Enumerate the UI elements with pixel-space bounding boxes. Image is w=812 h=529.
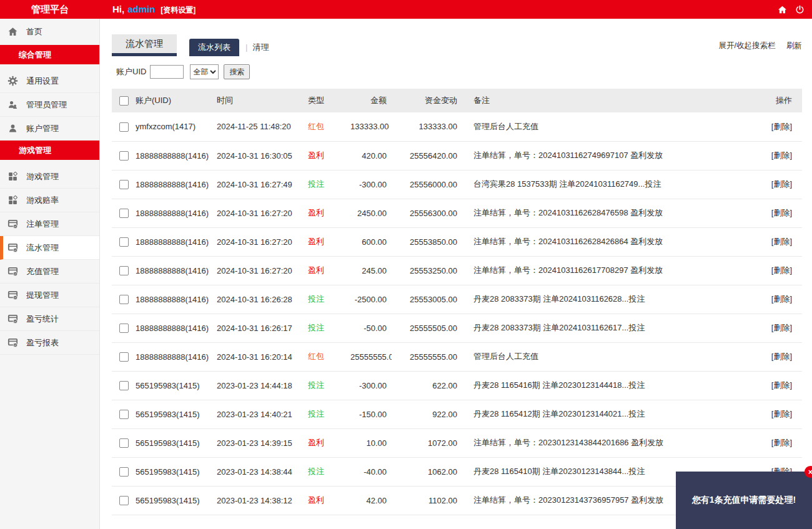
user-greeting: Hi,admin[资料设置] bbox=[112, 0, 196, 19]
cell-account: 565195983(1415) bbox=[136, 486, 217, 515]
row-checkbox[interactable] bbox=[119, 151, 129, 161]
cell-change: 25556420.00 bbox=[392, 141, 460, 170]
toggle-search-link[interactable]: 展开/收起搜索栏 bbox=[719, 41, 776, 50]
sidebar-item-profit-stats[interactable]: 盈亏统计 bbox=[0, 307, 99, 331]
row-checkbox[interactable] bbox=[119, 295, 129, 304]
cell-amount: 600.00 bbox=[350, 227, 392, 256]
cell-remark: 丹麦28 1165416期 注单20230123144418...投注 bbox=[460, 371, 743, 400]
sidebar-item-home[interactable]: 首页 bbox=[0, 19, 99, 45]
delete-link[interactable]: [删除] bbox=[771, 380, 792, 390]
cell-time: 2024-10-31 16:30:05 bbox=[217, 141, 308, 170]
delete-link[interactable]: [删除] bbox=[771, 294, 792, 304]
row-checkbox[interactable] bbox=[119, 122, 129, 132]
cell-time: 2023-01-23 14:40:21 bbox=[217, 400, 308, 428]
cell-remark: 丹麦28 1165412期 注单20230123144021...投注 bbox=[460, 400, 743, 428]
row-checkbox[interactable] bbox=[119, 381, 129, 390]
sidebar-item-profit-report[interactable]: 盈亏报表 bbox=[0, 331, 99, 355]
power-icon[interactable] bbox=[795, 5, 805, 14]
user-icon bbox=[7, 123, 18, 134]
cell-type: 投注 bbox=[308, 380, 324, 390]
cell-account: 565195983(1415) bbox=[136, 428, 217, 457]
type-filter-select[interactable]: 全部 bbox=[190, 64, 219, 79]
delete-link[interactable]: [删除] bbox=[771, 438, 792, 447]
cell-account: 18888888888(1416) bbox=[136, 342, 217, 371]
recharge-notification-toast: 您有1条充值申请需要处理! × bbox=[676, 472, 812, 529]
refresh-link[interactable]: 刷新 bbox=[786, 41, 802, 50]
sidebar-item-game-management[interactable]: 游戏管理 bbox=[0, 165, 99, 189]
app-brand: 管理平台 bbox=[0, 0, 100, 19]
cell-time: 2024-10-31 16:26:17 bbox=[217, 314, 308, 342]
header-actions bbox=[778, 0, 805, 19]
table-row: 18888888888(1416)2024-10-31 16:27:49投注-3… bbox=[112, 170, 802, 199]
search-button[interactable]: 搜索 bbox=[224, 64, 250, 79]
cell-remark: 丹麦28 2083373期 注单20241031162617...投注 bbox=[460, 314, 743, 342]
delete-link[interactable]: [删除] bbox=[771, 265, 792, 275]
tab-clean[interactable]: 清理 bbox=[247, 39, 274, 56]
delete-link[interactable]: [删除] bbox=[771, 179, 792, 189]
form-icon bbox=[7, 219, 18, 229]
delete-link[interactable]: [删除] bbox=[771, 352, 792, 361]
row-checkbox[interactable] bbox=[119, 352, 129, 362]
cell-account: ymfxzcom(1417) bbox=[136, 112, 217, 141]
row-checkbox[interactable] bbox=[119, 438, 129, 448]
sidebar-item-label: 提现管理 bbox=[26, 290, 59, 301]
delete-link[interactable]: [删除] bbox=[771, 122, 792, 131]
row-checkbox[interactable] bbox=[119, 324, 129, 333]
cell-remark: 注单结算，单号：20241031162617708297 盈利发放 bbox=[460, 256, 743, 285]
account-uid-input[interactable] bbox=[150, 65, 184, 79]
form-icon bbox=[7, 337, 18, 348]
cell-time: 2024-10-31 16:27:20 bbox=[217, 227, 308, 256]
cell-remark: 管理后台人工充值 bbox=[460, 112, 743, 141]
cell-remark: 注单结算，单号：20230123143844201686 盈利发放 bbox=[460, 428, 743, 457]
search-label: 账户UID bbox=[116, 66, 146, 77]
sidebar-item-flow-management[interactable]: 流水管理 bbox=[0, 236, 99, 260]
row-checkbox[interactable] bbox=[119, 266, 129, 275]
page-tab-flow-management[interactable]: 流水管理 bbox=[112, 34, 177, 53]
sidebar-item-withdraw-management[interactable]: 提现管理 bbox=[0, 284, 99, 307]
sidebar-item-recharge-management[interactable]: 充值管理 bbox=[0, 260, 99, 284]
column-header: 资金变动 bbox=[392, 89, 460, 112]
sidebar-item-label: 游戏管理 bbox=[26, 171, 59, 182]
row-checkbox[interactable] bbox=[119, 237, 129, 247]
cell-amount: 420.00 bbox=[350, 141, 392, 170]
username[interactable]: admin bbox=[127, 4, 155, 14]
sidebar-item-bet-orders[interactable]: 注单管理 bbox=[0, 212, 99, 236]
toast-close-icon[interactable]: × bbox=[805, 466, 812, 478]
sidebar-item-label: 盈亏统计 bbox=[26, 314, 59, 325]
grid-icon bbox=[7, 171, 18, 182]
cell-type: 投注 bbox=[308, 294, 324, 304]
delete-link[interactable]: [删除] bbox=[771, 151, 792, 160]
delete-link[interactable]: [删除] bbox=[771, 323, 792, 332]
cell-time: 2024-10-31 16:27:20 bbox=[217, 256, 308, 285]
delete-link[interactable]: [删除] bbox=[771, 237, 792, 246]
row-checkbox[interactable] bbox=[119, 410, 129, 419]
form-icon bbox=[7, 242, 18, 253]
sidebar-item-general-settings[interactable]: 通用设置 bbox=[0, 69, 99, 93]
tab-flow-list[interactable]: 流水列表 bbox=[189, 39, 239, 56]
profile-settings-link[interactable]: [资料设置] bbox=[161, 6, 196, 14]
sidebar-item-game-odds[interactable]: 游戏赔率 bbox=[0, 189, 99, 212]
cell-account: 18888888888(1416) bbox=[136, 285, 217, 314]
row-checkbox[interactable] bbox=[119, 467, 129, 477]
admins-icon bbox=[7, 99, 18, 110]
sidebar-item-label: 管理员管理 bbox=[26, 99, 67, 111]
select-all-checkbox[interactable] bbox=[119, 96, 129, 106]
cell-amount: 133333.00 bbox=[350, 112, 392, 141]
sidebar-item-account-management[interactable]: 账户管理 bbox=[0, 117, 99, 141]
cell-amount: 25555555.00 bbox=[350, 342, 392, 371]
row-checkbox[interactable] bbox=[119, 209, 129, 218]
row-checkbox[interactable] bbox=[119, 496, 129, 505]
cell-change: 25553005.00 bbox=[392, 285, 460, 314]
cell-change: 25556000.00 bbox=[392, 170, 460, 199]
table-row: ymfxzcom(1417)2024-11-25 11:48:20红包13333… bbox=[112, 112, 802, 141]
main-content: 流水管理 流水列表 | 清理 展开/收起搜索栏 刷新 账户UID 全部 搜索 账… bbox=[101, 19, 812, 529]
delete-link[interactable]: [删除] bbox=[771, 208, 792, 217]
row-checkbox[interactable] bbox=[119, 180, 129, 189]
sidebar-item-admin-management[interactable]: 管理员管理 bbox=[0, 93, 99, 117]
cell-type: 红包 bbox=[308, 122, 324, 131]
home-icon[interactable] bbox=[778, 5, 787, 14]
cell-type: 盈利 bbox=[308, 265, 324, 275]
sidebar-item-label: 游戏赔率 bbox=[26, 195, 59, 206]
delete-link[interactable]: [删除] bbox=[771, 409, 792, 418]
sidebar: 首页综合管理通用设置管理员管理账户管理游戏管理游戏管理游戏赔率注单管理流水管理充… bbox=[0, 19, 100, 529]
